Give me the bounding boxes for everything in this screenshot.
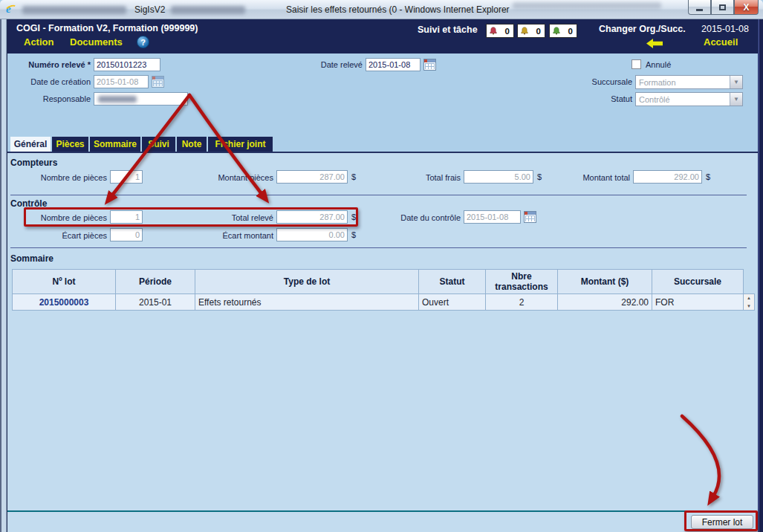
accueil-link[interactable]: Accueil — [704, 36, 738, 48]
redacted-url-blur — [22, 6, 126, 14]
statut-dropdown-arrow-icon: ▼ — [730, 93, 742, 106]
back-arrow-icon[interactable] — [646, 39, 663, 48]
controle-nombre-pieces-input — [110, 210, 143, 224]
scroll-up-icon[interactable]: ▲ — [747, 296, 751, 300]
statut-value: Contrôlé — [636, 95, 730, 104]
col-header-no-lot[interactable]: Nº lot — [13, 270, 116, 294]
redacted-background-blur — [513, 2, 661, 9]
date-releve-input[interactable] — [366, 58, 421, 71]
scroll-down-icon[interactable]: ▼ — [747, 304, 751, 308]
table-header-row: Nº lot Période Type de lot Statut Nbre t… — [13, 270, 744, 294]
cell-montant: 292.00 — [558, 294, 652, 311]
alert-badge-yellow[interactable]: 0 — [517, 24, 545, 38]
total-frais-unit: $ — [537, 172, 542, 181]
responsable-label: Responsable — [7, 94, 91, 103]
cell-nbre-transactions: 2 — [486, 294, 558, 311]
menu-documents[interactable]: Documents — [70, 36, 123, 48]
annule-label: Annulé — [646, 60, 671, 69]
col-header-succursale[interactable]: Succursale — [652, 270, 744, 294]
date-releve-label: Date relevé — [296, 60, 363, 69]
tab-fichier-joint[interactable]: Fichier joint — [208, 137, 273, 152]
statut-dropdown[interactable]: Contrôlé ▼ — [635, 92, 743, 106]
footer-separator — [7, 510, 756, 512]
table-scrollbar[interactable]: ▲ ▼ — [743, 293, 755, 311]
changer-org-succ-link[interactable]: Changer Org./Succ. — [599, 24, 686, 34]
alert-count-yellow: 0 — [536, 27, 541, 36]
cell-periode: 2015-01 — [116, 294, 195, 311]
tab-general[interactable]: Général — [10, 137, 51, 152]
montant-total-unit: $ — [706, 172, 710, 181]
tab-suivi[interactable]: Suivi — [142, 137, 175, 152]
date-controle-input — [464, 210, 521, 224]
controle-section-title: Contrôle — [10, 198, 47, 209]
total-frais-input — [464, 170, 533, 184]
succursale-label: Succursale — [565, 77, 632, 86]
menu-action[interactable]: Action — [24, 36, 53, 48]
montant-pieces-label: Montant pièces — [186, 173, 273, 182]
minimize-button[interactable] — [688, 0, 711, 15]
suivi-et-tache-label: Suivi et tâche — [418, 25, 478, 35]
cell-statut: Ouvert — [419, 294, 486, 311]
col-header-type-de-lot[interactable]: Type de lot — [195, 270, 419, 294]
window-frame-left — [0, 19, 7, 532]
numero-releve-label: Numéro relevé * — [7, 60, 91, 69]
table-row: 2015000003 2015-01 Effets retournés Ouve… — [13, 294, 744, 311]
total-releve-label: Total relevé — [186, 213, 273, 222]
annule-checkbox[interactable] — [631, 59, 641, 69]
ecart-montant-unit: $ — [351, 230, 356, 239]
fermer-lot-button[interactable]: Fermer lot — [691, 515, 753, 529]
redacted-title-blur — [171, 6, 245, 14]
bell-green-icon — [552, 26, 561, 36]
montant-total-input — [633, 170, 702, 184]
section-divider-2 — [10, 247, 747, 248]
sommaire-section-title: Sommaire — [10, 253, 53, 264]
responsable-redacted-blur — [98, 96, 137, 103]
lot-number-link[interactable]: 2015000003 — [39, 297, 89, 308]
ecart-pieces-label: Écart pièces — [15, 231, 107, 240]
total-frais-label: Total frais — [375, 173, 461, 182]
cell-type-de-lot: Effets retournés — [195, 294, 419, 311]
col-header-periode[interactable]: Période — [116, 270, 195, 294]
browser-window: e SigIsV2 Saisir les effets retournés (0… — [0, 0, 763, 532]
tab-sommaire[interactable]: Sommaire — [90, 137, 140, 152]
app-title: COGI - Formation V2, Formation (999999) — [16, 23, 198, 33]
tab-pieces[interactable]: Pièces — [52, 137, 88, 152]
compteurs-nombre-pieces-label: Nombre de pièces — [15, 173, 107, 182]
date-creation-calendar-icon — [152, 76, 164, 88]
ecart-montant-input — [276, 228, 348, 241]
help-icon[interactable]: ? — [137, 36, 149, 48]
section-divider-1 — [10, 195, 747, 195]
date-controle-calendar-icon[interactable] — [524, 211, 536, 223]
montant-pieces-unit: $ — [351, 172, 356, 181]
date-controle-label: Date du contrôle — [375, 213, 461, 222]
succursale-dropdown-arrow-icon: ▼ — [730, 76, 742, 88]
internet-explorer-icon: e — [6, 3, 19, 16]
alert-badge-red[interactable]: 0 — [486, 24, 514, 38]
col-header-nbre-transactions[interactable]: Nbre transactions — [486, 270, 558, 294]
title-bar[interactable]: e SigIsV2 Saisir les effets retournés (0… — [0, 0, 763, 19]
col-header-statut[interactable]: Statut — [419, 270, 486, 294]
montant-pieces-input — [276, 170, 348, 184]
ecart-pieces-input — [110, 228, 143, 241]
alert-badge-green[interactable]: 0 — [549, 24, 577, 38]
maximize-button[interactable] — [711, 0, 734, 15]
col-header-montant[interactable]: Montant ($) — [558, 270, 652, 294]
statut-label: Statut — [565, 94, 632, 103]
tab-note[interactable]: Note — [177, 137, 207, 152]
succursale-dropdown[interactable]: Formation ▼ — [635, 75, 743, 89]
window-title: Saisir les effets retournés (0 - Windows… — [286, 4, 510, 15]
close-button[interactable]: X — [734, 0, 759, 15]
controle-nombre-pieces-label: Nombre de pièces — [15, 213, 107, 222]
sommaire-table: Nº lot Période Type de lot Statut Nbre t… — [12, 269, 744, 311]
window-controls: X — [688, 0, 759, 15]
alert-count-green: 0 — [568, 27, 573, 36]
date-releve-calendar-icon[interactable] — [423, 59, 436, 71]
bell-yellow-icon — [520, 26, 529, 36]
bell-red-icon — [489, 26, 498, 36]
montant-total-label: Montant total — [553, 173, 630, 182]
browser-app-name: SigIsV2 — [134, 4, 165, 15]
numero-releve-input[interactable] — [94, 58, 160, 71]
compteurs-section-title: Compteurs — [10, 158, 57, 168]
date-creation-input — [94, 75, 149, 88]
header-date: 2015-01-08 — [701, 24, 749, 34]
